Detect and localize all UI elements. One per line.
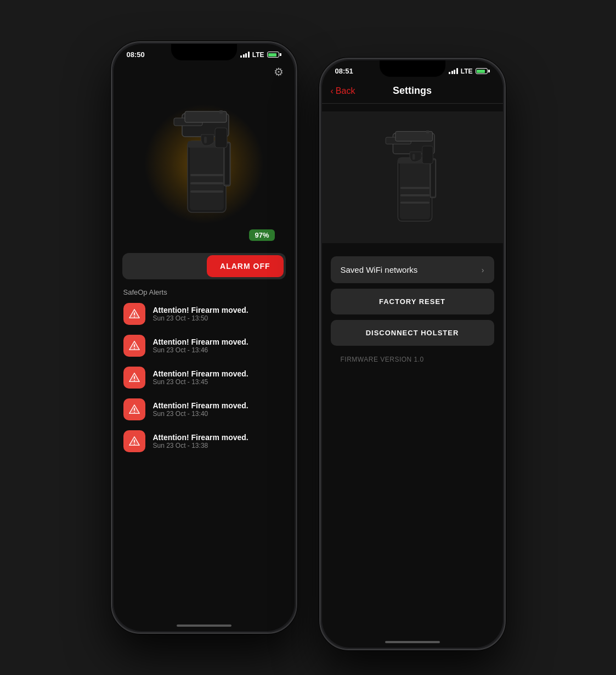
lte-label-2: LTE — [461, 68, 473, 75]
alerts-section: SafeOp Alerts Attention! Firearm moved. … — [122, 288, 286, 452]
alert-text-group: Attention! Firearm moved. Sun 23 Oct - 1… — [153, 401, 248, 418]
alert-time-text: Sun 23 Oct - 13:40 — [153, 410, 248, 418]
svg-rect-19 — [134, 380, 135, 381]
alert-time-text: Sun 23 Oct - 13:50 — [153, 314, 248, 322]
phone-1: 08:50 LTE ⚙ — [111, 41, 297, 634]
alarm-slider — [127, 256, 203, 276]
alert-title-text: Attention! Firearm moved. — [153, 401, 248, 410]
alert-title-text: Attention! Firearm moved. — [153, 433, 248, 442]
alert-item: Attention! Firearm moved. Sun 23 Oct - 1… — [123, 398, 285, 420]
settings-header: ‹ Back Settings — [322, 82, 503, 103]
alarm-row: ALARM OFF — [122, 253, 286, 279]
alarm-off-button[interactable]: ALARM OFF — [207, 255, 283, 277]
saved-wifi-row[interactable]: Saved WiFi networks › — [331, 256, 494, 283]
alerts-list: Attention! Firearm moved. Sun 23 Oct - 1… — [123, 303, 285, 452]
alert-warning-icon — [123, 398, 145, 420]
svg-rect-7 — [225, 144, 229, 184]
alert-warning-icon — [123, 367, 145, 389]
status-right-2: LTE — [449, 68, 489, 75]
divider-1 — [322, 103, 503, 104]
holster-image-1 — [155, 97, 253, 231]
status-right-1: LTE — [240, 51, 281, 59]
svg-rect-1 — [190, 143, 224, 210]
disconnect-holster-button[interactable]: DISCONNECT HOLSTER — [331, 320, 494, 346]
alert-text-group: Attention! Firearm moved. Sun 23 Oct - 1… — [153, 369, 248, 386]
device-battery-indicator: 97% — [249, 229, 274, 241]
alert-item: Attention! Firearm moved. Sun 23 Oct - 1… — [123, 430, 285, 452]
svg-rect-12 — [219, 110, 223, 114]
svg-rect-16 — [134, 344, 135, 347]
alert-title-text: Attention! Firearm moved. — [153, 338, 248, 346]
holster-area-2 — [322, 111, 503, 243]
alert-text-group: Attention! Firearm moved. Sun 23 Oct - 1… — [153, 433, 248, 449]
svg-rect-15 — [134, 317, 135, 318]
svg-rect-4 — [190, 182, 223, 184]
alert-time-text: Sun 23 Oct - 13:45 — [153, 378, 248, 386]
lte-label-1: LTE — [252, 51, 264, 59]
filter-icon[interactable]: ⚙ — [274, 65, 284, 78]
battery-icon-2 — [476, 68, 490, 74]
signal-icon-2 — [449, 68, 458, 74]
settings-icon-row: ⚙ — [122, 65, 286, 78]
alert-title-text: Attention! Firearm moved. — [153, 369, 248, 378]
phone1-content: ⚙ — [114, 61, 295, 452]
alert-time-text: Sun 23 Oct - 13:38 — [153, 442, 248, 449]
svg-rect-20 — [134, 408, 135, 411]
svg-rect-36 — [426, 131, 428, 133]
alert-text-group: Attention! Firearm moved. Sun 23 Oct - 1… — [153, 306, 248, 322]
alert-text-group: Attention! Firearm moved. Sun 23 Oct - 1… — [153, 338, 248, 354]
battery-icon-1 — [267, 52, 281, 58]
time-display-2: 08:51 — [335, 67, 353, 75]
back-button[interactable]: ‹ Back — [331, 86, 355, 96]
holster-area-1: 97% — [122, 82, 286, 246]
svg-rect-23 — [134, 444, 135, 445]
factory-reset-button[interactable]: FACTORY RESET — [331, 289, 494, 314]
alert-warning-icon — [123, 303, 145, 325]
saved-wifi-label: Saved WiFi networks — [341, 265, 418, 274]
factory-reset-label: FACTORY RESET — [379, 297, 445, 306]
battery-percent-label: 97% — [255, 231, 269, 239]
notch-2 — [380, 60, 445, 77]
page-title-2: Settings — [393, 85, 432, 97]
home-indicator-1 — [177, 625, 231, 627]
firmware-version: FIRMWARE VERSION 1.0 — [331, 351, 494, 368]
alert-warning-icon — [123, 335, 145, 357]
back-label: Back — [336, 86, 355, 96]
alert-warning-icon — [123, 430, 145, 452]
svg-rect-5 — [190, 190, 223, 193]
settings-list: Saved WiFi networks › FACTORY RESET DISC… — [322, 256, 503, 368]
signal-icon — [240, 52, 250, 58]
svg-rect-27 — [400, 187, 429, 189]
svg-rect-13 — [204, 137, 207, 143]
alert-item: Attention! Firearm moved. Sun 23 Oct - 1… — [123, 335, 285, 357]
time-display-1: 08:50 — [127, 50, 145, 59]
notch — [171, 44, 237, 60]
svg-rect-14 — [134, 312, 135, 316]
alert-item: Attention! Firearm moved. Sun 23 Oct - 1… — [123, 367, 285, 389]
home-indicator-2 — [385, 641, 440, 643]
svg-rect-25 — [399, 160, 429, 219]
alerts-title: SafeOp Alerts — [123, 288, 285, 296]
svg-rect-3 — [190, 174, 223, 176]
back-chevron-icon: ‹ — [331, 86, 334, 96]
svg-rect-37 — [412, 154, 415, 160]
svg-rect-11 — [215, 128, 227, 148]
phone-2: 08:51 LTE ‹ Back — [319, 58, 506, 650]
chevron-right-icon: › — [482, 266, 484, 274]
alert-time-text: Sun 23 Oct - 13:46 — [153, 346, 248, 354]
svg-rect-18 — [134, 376, 135, 379]
svg-rect-21 — [134, 412, 135, 413]
alert-title-text: Attention! Firearm moved. — [153, 306, 248, 314]
svg-rect-22 — [134, 440, 135, 443]
alert-item: Attention! Firearm moved. Sun 23 Oct - 1… — [123, 303, 285, 325]
svg-rect-31 — [431, 160, 434, 196]
svg-rect-29 — [400, 201, 429, 204]
svg-rect-17 — [134, 348, 135, 350]
svg-rect-35 — [422, 146, 433, 164]
disconnect-holster-label: DISCONNECT HOLSTER — [366, 329, 459, 337]
phone2-content: ‹ Back Settings — [322, 77, 503, 368]
svg-rect-28 — [400, 194, 429, 196]
